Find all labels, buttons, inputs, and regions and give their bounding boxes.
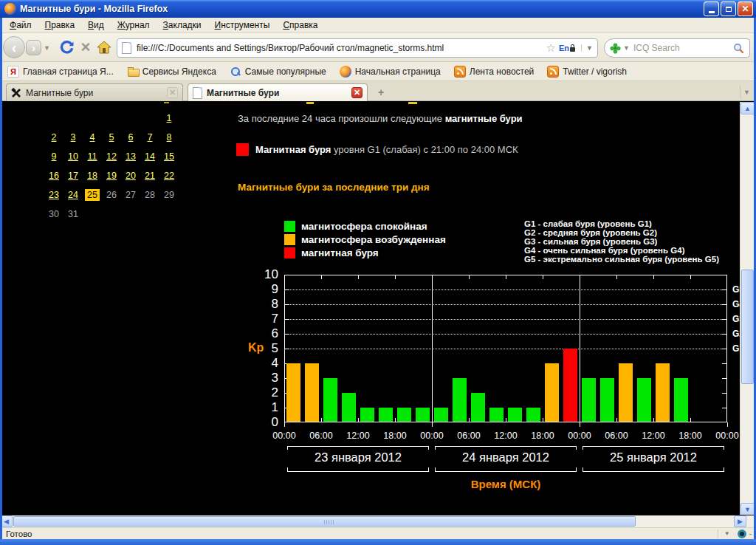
x-tick	[358, 275, 359, 279]
url-dropdown-icon[interactable]: ▼	[581, 44, 593, 52]
status-text: Готово	[6, 529, 718, 538]
date-label: 24 января 2012	[432, 450, 580, 465]
minimize-button[interactable]	[704, 1, 719, 16]
scroll-right-button[interactable]: ▶	[734, 515, 746, 527]
menu-справка[interactable]: Справка	[276, 18, 324, 32]
addon-status-icon[interactable]	[738, 529, 746, 538]
firefox-icon	[4, 3, 16, 15]
new-tab-button[interactable]: +	[373, 86, 389, 99]
bookmark-label[interactable]: Начальная страница	[355, 66, 441, 77]
addon-dropdown-icon[interactable]: ▼	[718, 529, 730, 538]
menu-инструменты[interactable]: Инструменты	[208, 18, 277, 32]
menu-закладки[interactable]: Закладки	[157, 18, 208, 32]
restore-icon	[726, 7, 732, 12]
bookmark-star-icon[interactable]: ☆	[546, 41, 556, 55]
y-axis-label: 2	[249, 385, 278, 400]
kp-bar	[342, 393, 356, 422]
x-tick-label: 12:00	[637, 431, 670, 441]
tab-label[interactable]: Магнитные бури	[26, 88, 167, 98]
search-engine-dropdown-icon[interactable]: ▼	[623, 44, 630, 52]
day-divider	[580, 275, 580, 422]
stop-icon: ×	[81, 40, 91, 55]
status-bar: Готово ▼ -	[0, 527, 756, 539]
rss-icon	[547, 66, 559, 78]
history-dropdown-icon[interactable]: ▼	[44, 44, 50, 52]
x-tick	[690, 418, 691, 422]
bookmark-label[interactable]: Twitter / vigorish	[563, 66, 627, 77]
address-bar[interactable]: file:///C:/Documents and Settings/Виктор…	[117, 38, 598, 58]
menu-журнал[interactable]: Журнал	[111, 18, 157, 32]
x-tick	[469, 418, 470, 422]
reload-button[interactable]	[58, 38, 75, 56]
bookmark-item[interactable]: Начальная страница	[337, 64, 444, 79]
day-boundary-tick	[727, 422, 728, 427]
bookmark-item[interactable]: Twitter / vigorish	[544, 64, 630, 79]
x-tick	[395, 418, 396, 422]
bookmark-item[interactable]: Самые популярные	[227, 64, 329, 79]
x-tick	[358, 418, 359, 422]
vertical-scrollbar[interactable]: ▲ ▼	[740, 102, 754, 515]
tab-magnetic-storms-2[interactable]: Магнитные бури ✕	[188, 83, 368, 101]
menu-bar: ФайлПравкаВидЖурналЗакладкиИнструментыСп…	[0, 18, 756, 33]
y-axis-label: 1	[249, 400, 278, 415]
right-axis-label: G3	[732, 314, 740, 324]
bookmark-label[interactable]: Главная страница Я...	[23, 66, 114, 77]
forward-button[interactable]: ›	[26, 40, 41, 55]
right-axis-label: G1	[732, 343, 740, 354]
x-tick-label: 00:00	[416, 431, 448, 441]
day-boundary-tick	[432, 422, 433, 427]
tab-close-icon[interactable]: ✕	[351, 87, 362, 98]
scroll-up-button[interactable]: ▲	[740, 102, 755, 114]
x-tick	[469, 275, 470, 279]
bookmark-label[interactable]: Лента новостей	[470, 66, 535, 77]
day-bracket	[583, 446, 724, 450]
stop-button[interactable]: ×	[77, 38, 94, 56]
horizontal-scrollbar[interactable]: ◀ ▶	[0, 515, 756, 527]
tab-magnetic-storms-1[interactable]: Магнитные бури ✕	[6, 83, 183, 101]
back-button[interactable]: ‹	[3, 36, 25, 58]
reload-icon	[60, 41, 74, 55]
tab-list-dropdown-icon[interactable]: ▼	[740, 86, 753, 99]
home-button[interactable]	[95, 38, 113, 56]
search-input[interactable]: ICQ Search	[633, 43, 733, 53]
x-tick	[543, 275, 543, 279]
y-axis-label: 6	[249, 326, 278, 341]
x-tick	[543, 418, 543, 422]
y-tick	[285, 304, 289, 305]
bookmark-item[interactable]: ЯГлавная страница Я...	[4, 64, 117, 79]
bookmark-item[interactable]: Сервисы Яндекса	[124, 64, 219, 79]
tab-close-icon[interactable]: ✕	[167, 87, 178, 98]
day-bracket	[583, 467, 724, 472]
kp-bar	[471, 393, 485, 422]
x-tick	[506, 275, 506, 279]
kp-bar	[453, 378, 467, 422]
bookmark-item[interactable]: Лента новостей	[451, 64, 537, 79]
menu-правка[interactable]: Правка	[38, 18, 82, 32]
x-tick-label: 00:00	[563, 431, 596, 441]
close-button[interactable]: ✕	[738, 1, 753, 16]
firefox-window: Магнитные бури - Mozilla Firefox ✕ ФайлП…	[0, 0, 756, 545]
gridline	[285, 289, 726, 290]
url-text[interactable]: file:///C:/Documents and Settings/Виктор…	[137, 43, 543, 53]
horizontal-scroll-thumb[interactable]	[13, 516, 636, 527]
scroll-down-button[interactable]: ▼	[740, 503, 755, 515]
restore-button[interactable]	[721, 1, 736, 16]
gridline	[285, 304, 726, 305]
bookmark-label[interactable]: Самые популярные	[245, 66, 326, 77]
menu-вид[interactable]: Вид	[81, 18, 111, 32]
yandex-icon: Я	[7, 66, 19, 78]
menu-файл[interactable]: Файл	[3, 18, 38, 32]
y-tick	[722, 289, 726, 290]
y-axis-label: 0	[249, 415, 278, 430]
minimize-icon	[709, 11, 715, 13]
language-indicator[interactable]: En	[559, 44, 569, 52]
y-axis-label: 9	[249, 282, 278, 297]
date-label: 25 января 2012	[580, 450, 727, 465]
vertical-scroll-thumb[interactable]	[741, 270, 754, 384]
tab-label[interactable]: Магнитные бури	[207, 88, 351, 98]
y-tick	[722, 393, 726, 394]
y-tick	[285, 334, 289, 335]
search-box[interactable]: ▼ ICQ Search	[604, 38, 750, 58]
bookmark-label[interactable]: Сервисы Яндекса	[142, 66, 216, 77]
search-magnifier-icon[interactable]	[733, 43, 744, 54]
